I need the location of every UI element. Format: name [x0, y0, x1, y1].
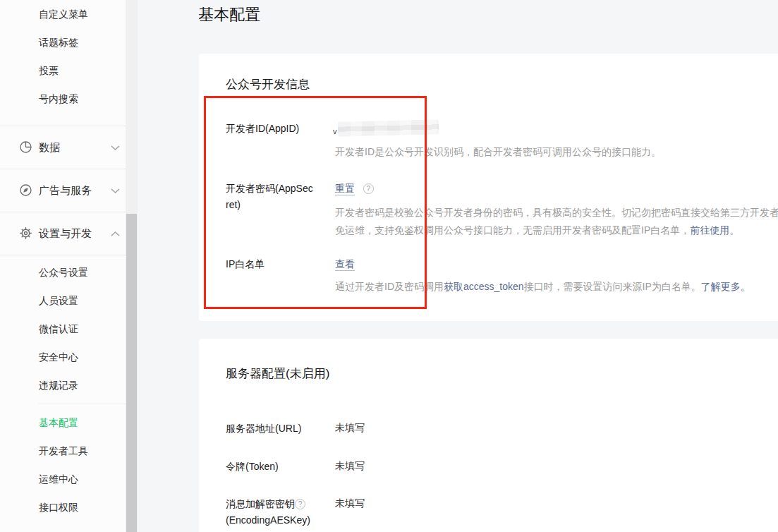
- aeskey-label-line1: 消息加解密密钥?: [226, 496, 346, 512]
- sidebar-scrollbar-track[interactable]: [126, 0, 138, 532]
- token-value: 未填写: [335, 459, 365, 473]
- sidebar-section-ads-services[interactable]: 广告与服务: [0, 169, 126, 212]
- appsecret-description: 开发者密码是校验公众号开发者身份的密码，具有极高的安全性。切记勿把密码直接交给第…: [335, 204, 778, 239]
- sidebar-scrollbar-thumb[interactable]: [126, 214, 137, 532]
- sidebar-section-label: 设置与开发: [0, 227, 92, 241]
- chevron-down-icon: [109, 141, 122, 157]
- appid-value: v: [333, 121, 439, 135]
- sidebar-item-staff-settings[interactable]: 人员设置: [0, 286, 126, 315]
- ip-whitelist-description: 通过开发者ID及密码调用获取access_token接口时，需要设置访问来源IP…: [335, 278, 750, 296]
- appid-value-blurred: [337, 119, 438, 136]
- sidebar-item-developer-tools[interactable]: 开发者工具: [0, 437, 126, 465]
- sidebar: 自定义菜单 话题标签 投票 号内搜索 数据 广告与服务: [0, 0, 126, 532]
- pie-chart-icon: [19, 140, 32, 157]
- view-ip-whitelist-link[interactable]: 查看: [335, 258, 355, 271]
- learn-more-link[interactable]: 了解更多。: [701, 281, 750, 292]
- server-url-label: 服务器地址(URL): [226, 421, 332, 437]
- sidebar-item-ops-center[interactable]: 运维中心: [0, 465, 126, 493]
- token-label: 令牌(Token): [226, 459, 332, 475]
- compass-icon: [19, 183, 32, 200]
- aeskey-value: 未填写: [335, 496, 365, 510]
- help-icon[interactable]: ?: [363, 183, 374, 194]
- sidebar-item-account-settings[interactable]: 公众号设置: [0, 258, 126, 286]
- sidebar-sublist-settings-dev: 公众号设置 人员设置 微信认证 安全中心 违规记录 基本配置 开发者工具 运维中…: [0, 255, 126, 521]
- go-use-link[interactable]: 前往使用: [690, 224, 729, 236]
- page-title: 基本配置: [198, 4, 260, 25]
- server-config-card-title: 服务器配置(未启用): [226, 365, 329, 382]
- sidebar-item-topic-tags[interactable]: 话题标签: [0, 28, 126, 56]
- sidebar-sub-divider: [39, 404, 126, 404]
- server-url-value: 未填写: [335, 421, 365, 435]
- appsecret-label: 开发者密码(AppSec ret): [226, 181, 332, 213]
- appsecret-description-line2: 免运维，支持免鉴权调用公众号接口能力，无需启用开发者密码及配置IP白名单，前往使…: [335, 222, 778, 239]
- appsecret-actions: 重置 ?: [335, 181, 374, 195]
- appid-value-prefix: v: [333, 127, 337, 135]
- sidebar-item-wechat-verification[interactable]: 微信认证: [0, 315, 126, 343]
- dev-info-card: 公众号开发信息 开发者ID(AppID) v 开发者ID是公众号开发识别码，配合…: [199, 54, 778, 321]
- appsecret-desc-text: 免运维，支持免鉴权调用公众号接口能力，无需启用开发者密码及配置IP白名单，: [335, 224, 690, 236]
- sidebar-section-settings-dev[interactable]: 设置与开发: [0, 212, 126, 255]
- appsecret-description-line1: 开发者密码是校验公众号开发者身份的密码，具有极高的安全性。切记勿把密码直接交给第…: [335, 204, 778, 222]
- appsecret-desc-period: 。: [729, 224, 739, 236]
- sidebar-item-vote[interactable]: 投票: [0, 56, 126, 85]
- sidebar-section-data[interactable]: 数据: [0, 126, 126, 169]
- appid-label: 开发者ID(AppID): [226, 121, 332, 137]
- chevron-up-icon: [109, 227, 122, 243]
- sidebar-item-security-center[interactable]: 安全中心: [0, 343, 126, 371]
- gear-icon: [19, 226, 32, 243]
- sidebar-item-api-permissions[interactable]: 接口权限: [0, 493, 126, 521]
- aeskey-label: 消息加解密密钥? (EncodingAESKey): [226, 496, 346, 528]
- aeskey-label-text: 消息加解密密钥: [226, 498, 295, 509]
- sidebar-section-label: 广告与服务: [0, 184, 92, 198]
- dev-info-card-title: 公众号开发信息: [226, 76, 310, 92]
- server-config-card: 服务器配置(未启用) 服务器地址(URL) 未填写 令牌(Token) 未填写 …: [199, 339, 778, 532]
- reset-appsecret-link[interactable]: 重置: [335, 183, 355, 195]
- appid-description: 开发者ID是公众号开发识别码，配合开发者密码可调用公众号的接口能力。: [335, 143, 661, 161]
- ip-whitelist-actions: 查看: [335, 257, 355, 271]
- appsecret-label-line1: 开发者密码(AppSec: [226, 181, 332, 197]
- aeskey-label-line2: (EncodingAESKey): [226, 512, 346, 528]
- chevron-down-icon: [109, 184, 122, 200]
- ip-desc-text: 通过开发者ID及密码调用: [335, 281, 444, 292]
- help-icon[interactable]: ?: [295, 499, 305, 509]
- ip-desc-text-mid: 接口时，需要设置访问来源IP为白名单。: [524, 281, 701, 292]
- appsecret-label-line2: ret): [226, 197, 332, 213]
- get-access-token-link[interactable]: 获取access_token: [444, 281, 524, 292]
- sidebar-item-custom-menu[interactable]: 自定义菜单: [0, 0, 126, 28]
- ip-whitelist-label: IP白名单: [226, 256, 332, 272]
- sidebar-item-violation-records[interactable]: 违规记录: [0, 371, 126, 399]
- sidebar-item-basic-configuration[interactable]: 基本配置: [0, 409, 126, 437]
- sidebar-item-account-search[interactable]: 号内搜索: [0, 85, 126, 113]
